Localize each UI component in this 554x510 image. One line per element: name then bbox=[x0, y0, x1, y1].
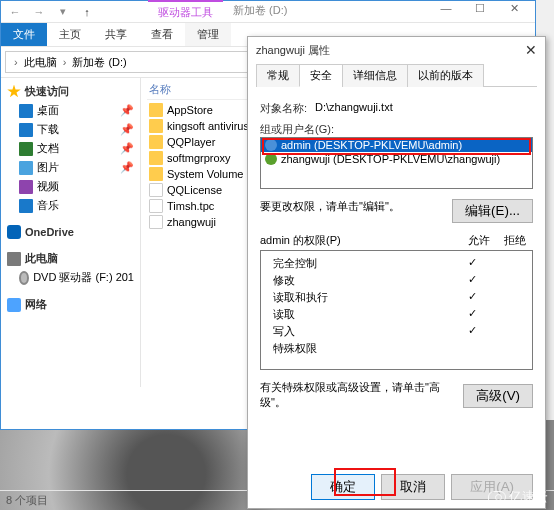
up-button[interactable]: ↑ bbox=[77, 3, 97, 21]
deny-check bbox=[490, 341, 526, 356]
dialog-title: zhangwuji 属性 bbox=[256, 43, 330, 58]
deny-check bbox=[490, 256, 526, 271]
tab-home[interactable]: 主页 bbox=[47, 23, 93, 46]
file-name: kingsoft antivirus bbox=[167, 120, 249, 132]
tab-share[interactable]: 共享 bbox=[93, 23, 139, 46]
ribbon-context-tab: 新加卷 (D:) bbox=[223, 0, 297, 22]
user-icon bbox=[265, 153, 277, 165]
col-allow: 允许 bbox=[461, 233, 497, 248]
tab-details[interactable]: 详细信息 bbox=[342, 64, 408, 87]
folder-icon bbox=[149, 119, 163, 133]
nav-pictures[interactable]: 图片📌 bbox=[1, 158, 140, 177]
nav-onedrive[interactable]: OneDrive bbox=[1, 223, 140, 241]
music-icon bbox=[19, 199, 33, 213]
desktop-icon bbox=[19, 104, 33, 118]
nav-label: 网络 bbox=[25, 297, 47, 312]
explorer-titlebar: ← → ▾ ↑ 驱动器工具 新加卷 (D:) — ☐ ✕ bbox=[1, 1, 535, 23]
edit-button[interactable]: 编辑(E)... bbox=[452, 199, 533, 223]
nav-pane: 快速访问 桌面📌 下载📌 文档📌 图片📌 视频 音乐 OneDrive 此电脑 … bbox=[1, 78, 141, 387]
col-deny: 拒绝 bbox=[497, 233, 533, 248]
tab-manage[interactable]: 管理 bbox=[185, 23, 231, 46]
nav-music[interactable]: 音乐 bbox=[1, 196, 140, 215]
dialog-titlebar: zhangwuji 属性 ✕ bbox=[248, 37, 545, 63]
permissions-label: admin 的权限(P) bbox=[260, 233, 461, 248]
allow-check: ✓ bbox=[454, 256, 490, 271]
file-name: softmgrproxy bbox=[167, 152, 231, 164]
nav-label: 音乐 bbox=[37, 198, 59, 213]
close-button[interactable]: ✕ bbox=[497, 2, 531, 22]
permission-name: 写入 bbox=[267, 324, 454, 339]
file-icon bbox=[149, 183, 163, 197]
tab-view[interactable]: 查看 bbox=[139, 23, 185, 46]
pin-icon: 📌 bbox=[120, 123, 134, 136]
allow-check: ✓ bbox=[454, 324, 490, 339]
nav-label: OneDrive bbox=[25, 226, 74, 238]
nav-label: 文档 bbox=[37, 141, 59, 156]
folder-icon bbox=[149, 167, 163, 181]
nav-label: 视频 bbox=[37, 179, 59, 194]
tab-general[interactable]: 常规 bbox=[256, 64, 300, 87]
pictures-icon bbox=[19, 161, 33, 175]
nav-label: 快速访问 bbox=[25, 84, 69, 99]
videos-icon bbox=[19, 180, 33, 194]
permission-row: 特殊权限 bbox=[267, 340, 526, 357]
cancel-button[interactable]: 取消 bbox=[381, 474, 445, 500]
document-icon bbox=[19, 142, 33, 156]
user-row-admin[interactable]: admin (DESKTOP-PKLVEMU\admin) bbox=[261, 138, 532, 152]
allow-check: ✓ bbox=[454, 307, 490, 322]
maximize-button[interactable]: ☐ bbox=[463, 2, 497, 22]
nav-thispc[interactable]: 此电脑 bbox=[1, 249, 140, 268]
file-name: zhangwuji bbox=[167, 216, 216, 228]
pin-icon: 📌 bbox=[120, 104, 134, 117]
close-button[interactable]: ✕ bbox=[525, 42, 537, 58]
pin-icon: 📌 bbox=[120, 142, 134, 155]
dialog-tabs: 常规 安全 详细信息 以前的版本 bbox=[256, 63, 537, 87]
nav-network[interactable]: 网络 bbox=[1, 295, 140, 314]
file-icon bbox=[149, 215, 163, 229]
permission-row: 写入✓ bbox=[267, 323, 526, 340]
ribbon-context-label: 驱动器工具 bbox=[148, 0, 223, 22]
file-name: QQLicense bbox=[167, 184, 222, 196]
allow-check: ✓ bbox=[454, 290, 490, 305]
nav-quick-access[interactable]: 快速访问 bbox=[1, 82, 140, 101]
back-button[interactable]: ← bbox=[5, 3, 25, 21]
download-icon bbox=[19, 123, 33, 137]
file-icon bbox=[149, 199, 163, 213]
edit-hint: 要更改权限，请单击"编辑"。 bbox=[260, 200, 400, 212]
nav-downloads[interactable]: 下载📌 bbox=[1, 120, 140, 139]
user-row-zhangwuji[interactable]: zhangwuji (DESKTOP-PKLVEMU\zhangwuji) bbox=[261, 152, 532, 166]
nav-documents[interactable]: 文档📌 bbox=[1, 139, 140, 158]
deny-check bbox=[490, 290, 526, 305]
deny-check bbox=[490, 307, 526, 322]
file-tab[interactable]: 文件 bbox=[1, 23, 47, 46]
tab-previous[interactable]: 以前的版本 bbox=[407, 64, 484, 87]
disc-icon bbox=[19, 271, 29, 285]
permissions-listbox[interactable]: 完全控制✓修改✓读取和执行✓读取✓写入✓特殊权限 bbox=[260, 250, 533, 370]
allow-check bbox=[454, 341, 490, 356]
nav-dvd[interactable]: DVD 驱动器 (F:) 201 bbox=[1, 268, 140, 287]
user-icon bbox=[265, 139, 277, 151]
properties-dialog: zhangwuji 属性 ✕ 常规 安全 详细信息 以前的版本 对象名称: D:… bbox=[247, 36, 546, 509]
forward-button[interactable]: → bbox=[29, 3, 49, 21]
minimize-button[interactable]: — bbox=[429, 2, 463, 22]
permission-row: 读取和执行✓ bbox=[267, 289, 526, 306]
deny-check bbox=[490, 273, 526, 288]
breadcrumb-pc[interactable]: 此电脑 bbox=[22, 55, 59, 70]
ok-button[interactable]: 确定 bbox=[311, 474, 375, 500]
permission-name: 修改 bbox=[267, 273, 454, 288]
permission-row: 修改✓ bbox=[267, 272, 526, 289]
onedrive-icon bbox=[7, 225, 21, 239]
users-listbox[interactable]: admin (DESKTOP-PKLVEMU\admin) zhangwuji … bbox=[260, 137, 533, 189]
pc-icon bbox=[7, 252, 21, 266]
nav-desktop[interactable]: 桌面📌 bbox=[1, 101, 140, 120]
chevron-right-icon: › bbox=[61, 56, 69, 68]
folder-icon bbox=[149, 135, 163, 149]
breadcrumb-vol[interactable]: 新加卷 (D:) bbox=[70, 55, 128, 70]
advanced-button[interactable]: 高级(V) bbox=[463, 384, 533, 408]
recent-button[interactable]: ▾ bbox=[53, 3, 73, 21]
star-icon bbox=[7, 85, 21, 99]
user-label: zhangwuji (DESKTOP-PKLVEMU\zhangwuji) bbox=[281, 153, 500, 165]
tab-security[interactable]: 安全 bbox=[299, 64, 343, 87]
file-name: QQPlayer bbox=[167, 136, 215, 148]
nav-videos[interactable]: 视频 bbox=[1, 177, 140, 196]
